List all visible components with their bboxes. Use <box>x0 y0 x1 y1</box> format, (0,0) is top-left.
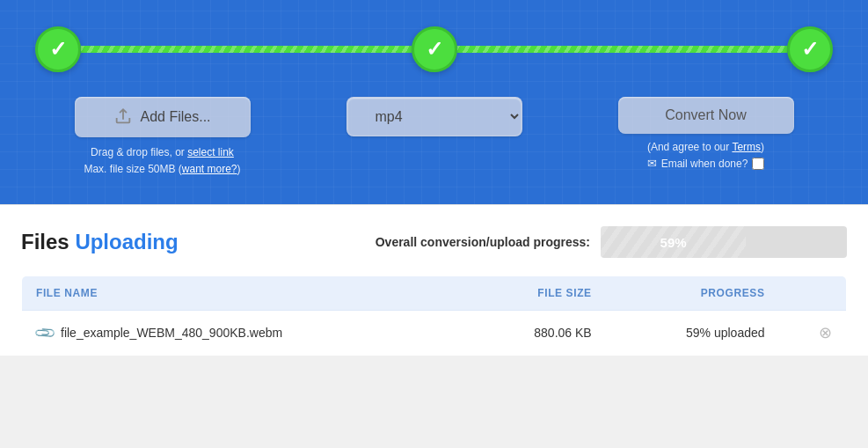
drag-drop-line1: Drag & drop files, or <box>91 146 185 158</box>
step-line-1 <box>81 46 412 53</box>
files-title-dynamic: Uploading <box>75 230 178 253</box>
col-action <box>779 276 847 311</box>
bottom-section: Files Uploading Overall conversion/uploa… <box>0 204 868 356</box>
progress-summary: Overall conversion/upload progress: 59% <box>376 226 847 258</box>
paperclip-icon: 📎 <box>33 321 57 346</box>
cancel-cell: ⊗ <box>779 311 847 356</box>
drag-drop-text: Drag & drop files, or select link Max. f… <box>84 144 240 178</box>
terms-text: (And agree to our Terms) <box>647 141 764 153</box>
step-2-circle: ✓ <box>412 26 457 72</box>
add-files-button[interactable]: Add Files... <box>75 97 251 137</box>
table-header: FILE NAME FILE SIZE PROGRESS <box>22 276 847 311</box>
col-filename: FILE NAME <box>22 276 467 311</box>
overall-progress-percent: 59% <box>660 235 687 250</box>
progress-label: Overall conversion/upload progress: <box>376 235 590 249</box>
file-name: file_example_WEBM_480_900KB.webm <box>61 326 282 340</box>
convert-section: Convert Now (And agree to our Terms) ✉ E… <box>579 97 833 170</box>
convert-label: Convert Now <box>665 107 746 122</box>
email-label: Email when done? <box>661 158 748 170</box>
table-body: 📎 file_example_WEBM_480_900KB.webm 880.0… <box>22 311 847 356</box>
email-checkbox[interactable] <box>752 158 764 170</box>
files-header: Files Uploading Overall conversion/uploa… <box>21 226 847 258</box>
files-title: Files Uploading <box>21 230 179 254</box>
max-size-text: Max. file size 50MB ( <box>84 163 181 175</box>
want-more-link[interactable]: want more? <box>182 163 237 175</box>
format-section: mp4 mp3 avi mov mkv webm gif <box>307 97 561 136</box>
progress-steps: ✓ ✓ ✓ <box>35 26 833 72</box>
overall-progress-fill: 59% <box>601 226 746 258</box>
email-row: ✉ Email when done? <box>647 157 765 170</box>
terms-suffix: ) <box>761 141 764 153</box>
file-name-cell: 📎 file_example_WEBM_480_900KB.webm <box>22 311 467 356</box>
upload-icon <box>113 107 133 127</box>
col-progress: PROGRESS <box>606 276 779 311</box>
col-filesize: FILE SIZE <box>467 276 606 311</box>
controls-row: Add Files... Drag & drop files, or selec… <box>35 97 833 178</box>
step-3-check: ✓ <box>801 37 819 62</box>
terms-link[interactable]: Terms <box>732 141 761 153</box>
table-row: 📎 file_example_WEBM_480_900KB.webm 880.0… <box>22 311 847 356</box>
add-files-section: Add Files... Drag & drop files, or selec… <box>35 97 289 178</box>
step-3-circle: ✓ <box>787 26 833 72</box>
top-section: ✓ ✓ ✓ Add Files... Drag & drop files, or… <box>0 0 868 204</box>
files-table: FILE NAME FILE SIZE PROGRESS 📎 file_exam… <box>21 275 847 356</box>
file-size-cell: 880.06 KB <box>467 311 606 356</box>
terms-prefix: (And agree to our <box>647 141 729 153</box>
cancel-icon[interactable]: ⊗ <box>819 324 832 342</box>
format-select[interactable]: mp4 mp3 avi mov mkv webm gif <box>346 97 522 136</box>
files-title-static: Files <box>21 230 69 253</box>
overall-progress-bar: 59% <box>601 226 847 258</box>
step-2-check: ✓ <box>426 37 443 62</box>
email-icon: ✉ <box>647 157 657 170</box>
file-progress-cell: 59% uploaded <box>606 311 779 356</box>
step-line-2 <box>457 46 788 53</box>
select-link[interactable]: select link <box>187 146 234 158</box>
convert-button[interactable]: Convert Now <box>618 97 794 134</box>
want-more-end: ) <box>237 163 241 175</box>
step-1-circle: ✓ <box>35 26 81 72</box>
add-files-label: Add Files... <box>140 109 210 125</box>
step-1-check: ✓ <box>49 37 67 62</box>
